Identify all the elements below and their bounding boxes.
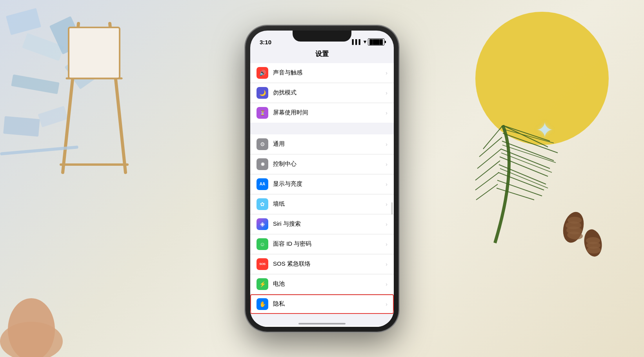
iphone-device: 3:10 ▌▌▌ ▾ ████ 设置 (246, 26, 398, 332)
settings-row-sound[interactable]: 🔊 声音与触感 › (250, 63, 394, 83)
status-icons: ▌▌▌ ▾ ████ (352, 38, 384, 45)
svg-rect-12 (0, 145, 78, 155)
svg-line-20 (500, 157, 548, 176)
settings-row-faceid[interactable]: ☺ 面容 ID 与密码 › (250, 234, 394, 254)
settings-row-wallpaper[interactable]: ✿ 墙纸 › (250, 194, 394, 214)
svg-line-28 (475, 161, 500, 180)
dnd-label: 勿扰模式 (273, 89, 384, 96)
sos-chevron: › (386, 261, 387, 267)
wifi-icon: ▾ (364, 39, 366, 45)
siri-label: Siri 与搜索 (273, 220, 384, 228)
settings-row-sos[interactable]: SOS SOS 紧急联络 › (250, 254, 394, 274)
siri-icon: ◈ (257, 218, 268, 230)
svg-line-24 (497, 188, 534, 200)
settings-row-siri[interactable]: ◈ Siri 与搜索 › (250, 214, 394, 234)
bottom-left-decoration (0, 200, 118, 357)
battery-icon: ⚡ (257, 278, 268, 290)
dnd-icon: 🌙 (257, 87, 268, 99)
pine-decoration (471, 86, 620, 282)
svg-rect-5 (3, 116, 40, 137)
svg-line-30 (476, 184, 498, 200)
settings-row-general[interactable]: ⚙ 通用 › (250, 134, 394, 154)
sound-icon: 🔊 (257, 67, 268, 79)
settings-row-dnd[interactable]: 🌙 勿扰模式 › (250, 83, 394, 103)
sound-chevron: › (386, 70, 387, 76)
display-label: 显示与亮度 (273, 180, 384, 188)
settings-row-privacy[interactable]: ✋ 隐私 › (250, 294, 394, 314)
svg-line-29 (475, 172, 499, 190)
settings-row-display[interactable]: AA 显示与亮度 › (250, 174, 394, 194)
star-decoration: ✦ (536, 118, 554, 143)
svg-point-39 (568, 217, 582, 224)
battery-chevron: › (386, 281, 387, 287)
svg-point-14 (8, 298, 55, 357)
home-indicator (298, 323, 346, 324)
section-group-3: A iTunes Store 与 App Store › ▣ 钱包与 Apple… (250, 326, 394, 327)
settings-row-itunes[interactable]: A iTunes Store 与 App Store › (250, 326, 394, 327)
faceid-label: 面容 ID 与密码 (273, 240, 384, 248)
battery-label: 电池 (273, 280, 384, 288)
wallpaper-chevron: › (386, 201, 387, 207)
svg-rect-11 (69, 27, 120, 78)
settings-row-battery[interactable]: ⚡ 电池 › (250, 274, 394, 294)
dnd-chevron: › (386, 90, 387, 96)
screentime-icon: ⏳ (257, 107, 268, 119)
siri-chevron: › (386, 221, 387, 227)
section-gap-1 (250, 123, 394, 134)
display-icon: AA (257, 178, 268, 190)
privacy-chevron: › (386, 301, 387, 307)
sound-label: 声音与触感 (273, 69, 384, 76)
faceid-chevron: › (386, 241, 387, 247)
settings-list[interactable]: 🔊 声音与触感 › 🌙 勿扰模式 › ⏳ 屏 (250, 63, 394, 327)
svg-line-23 (497, 180, 542, 196)
controlcenter-icon: ◉ (257, 158, 268, 170)
battery-icon: ████ (368, 38, 384, 45)
iphone-body: 3:10 ▌▌▌ ▾ ████ 设置 (246, 26, 398, 332)
svg-rect-3 (11, 74, 59, 94)
wallpaper-label: 墙纸 (273, 200, 384, 208)
general-chevron: › (386, 141, 387, 147)
general-icon: ⚙ (257, 138, 268, 150)
settings-content: 设置 🔊 声音与触感 › 🌙 (250, 48, 394, 327)
screentime-label: 屏幕使用时间 (273, 109, 384, 116)
sos-icon: SOS (257, 258, 268, 270)
svg-line-27 (477, 149, 501, 169)
left-decoration (0, 0, 196, 235)
faceid-icon: ☺ (257, 238, 268, 250)
section-group-2: ⚙ 通用 › ◉ 控制中心 › AA 显示与亮度 (250, 134, 394, 314)
wallpaper-icon: ✿ (257, 198, 268, 210)
status-time: 3:10 (260, 39, 271, 45)
settings-row-controlcenter[interactable]: ◉ 控制中心 › (250, 154, 394, 174)
privacy-icon: ✋ (257, 298, 268, 310)
sos-label: SOS 紧急联络 (273, 260, 384, 268)
screentime-chevron: › (386, 110, 387, 116)
general-label: 通用 (273, 140, 384, 148)
display-chevron: › (386, 181, 387, 187)
controlcenter-chevron: › (386, 161, 387, 167)
controlcenter-label: 控制中心 (273, 160, 384, 168)
signal-icon: ▌▌▌ (352, 39, 362, 45)
svg-line-22 (498, 172, 544, 190)
svg-rect-0 (6, 8, 41, 35)
settings-row-screentime[interactable]: ⏳ 屏幕使用时间 › (250, 103, 394, 123)
svg-rect-6 (38, 106, 68, 127)
section-group-1: 🔊 声音与触感 › 🌙 勿扰模式 › ⏳ 屏 (250, 63, 394, 123)
iphone-screen: 3:10 ▌▌▌ ▾ ████ 设置 (250, 31, 394, 327)
svg-point-43 (587, 246, 601, 254)
iphone-notch (293, 31, 351, 42)
privacy-label: 隐私 (273, 300, 384, 308)
settings-title: 设置 (250, 48, 394, 63)
